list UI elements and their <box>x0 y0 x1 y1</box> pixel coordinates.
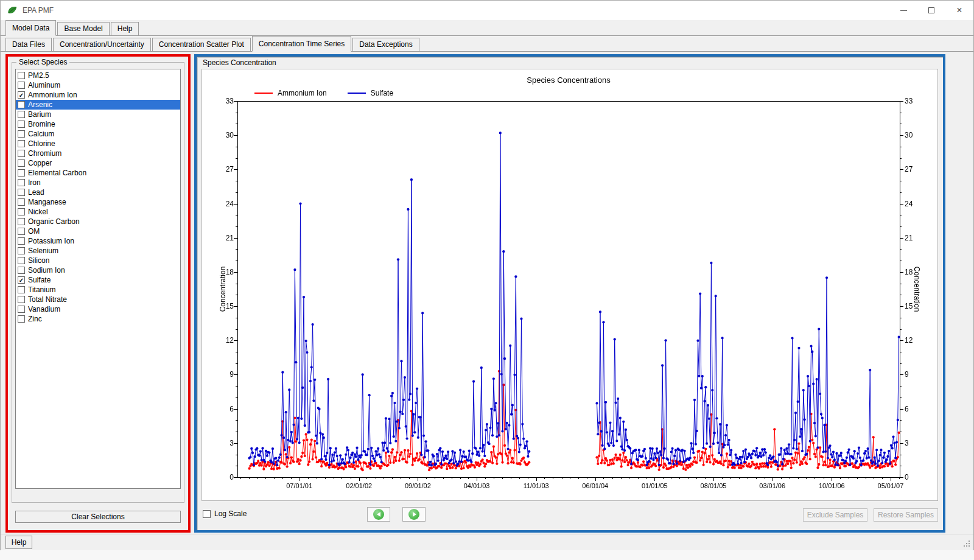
select-species-panel: Select Species PM2.5Aluminum✓Ammonium Io… <box>5 54 191 533</box>
resize-grip[interactable] <box>969 545 970 547</box>
species-checkbox[interactable] <box>18 159 25 167</box>
species-item-chromium[interactable]: Chromium <box>16 149 180 158</box>
menu-tab-bar: Model Data Base Model Help <box>1 20 973 36</box>
species-item-arsenic[interactable]: Arsenic <box>16 100 180 110</box>
species-label: Nickel <box>28 208 48 216</box>
species-item-bromine[interactable]: Bromine <box>16 119 180 129</box>
tab-concentration-scatter-plot[interactable]: Concentration Scatter Plot <box>152 38 251 51</box>
species-checkbox[interactable] <box>18 257 25 264</box>
species-label: PM2.5 <box>28 71 49 80</box>
species-checkbox[interactable] <box>18 72 25 79</box>
menu-tab-model-data[interactable]: Model Data <box>5 20 56 36</box>
species-checkbox[interactable] <box>18 306 25 313</box>
species-concentration-panel: Species Concentration Species Concentrat… <box>194 54 945 533</box>
x-axis-tick-label: 06/01/04 <box>571 482 620 489</box>
species-item-silicon[interactable]: Silicon <box>16 256 180 265</box>
species-item-zinc[interactable]: Zinc <box>16 314 180 324</box>
species-checkbox[interactable] <box>18 140 25 147</box>
species-checkbox[interactable] <box>18 179 25 186</box>
title-bar[interactable]: EPA PMF × <box>1 1 973 20</box>
species-item-calcium[interactable]: Calcium <box>16 129 180 139</box>
species-checkbox[interactable] <box>18 169 25 177</box>
x-axis-tick-label: 04/01/03 <box>452 482 501 489</box>
minimize-button[interactable] <box>889 1 917 20</box>
y-axis-tick-label-right: 0 <box>905 472 927 482</box>
species-checkbox[interactable] <box>18 267 25 274</box>
species-item-potassium-ion[interactable]: Potassium Ion <box>16 236 180 246</box>
tab-concentration-time-series[interactable]: Concentration Time Series <box>252 36 351 52</box>
log-scale-control[interactable]: Log Scale <box>203 509 247 518</box>
species-checkbox[interactable] <box>18 150 25 157</box>
species-checkbox[interactable] <box>18 111 25 118</box>
species-checkbox[interactable] <box>18 237 25 245</box>
chart-region: Species Concentrations Ammonium Ion Sulf… <box>201 69 938 501</box>
species-item-ammonium-ion[interactable]: ✓Ammonium Ion <box>16 90 180 100</box>
red-line-icon <box>254 93 273 94</box>
species-checkbox[interactable] <box>18 228 25 235</box>
species-item-selenium[interactable]: Selenium <box>16 246 180 256</box>
log-scale-checkbox[interactable] <box>203 510 211 518</box>
species-checkbox[interactable] <box>18 121 25 128</box>
species-checkbox[interactable]: ✓ <box>18 276 25 284</box>
previous-samples-button[interactable] <box>367 507 390 522</box>
species-item-sulfate[interactable]: ✓Sulfate <box>16 275 180 285</box>
tab-data-exceptions[interactable]: Data Exceptions <box>352 38 419 51</box>
species-item-manganese[interactable]: Manganese <box>16 197 180 207</box>
x-axis-tick-label: 03/01/06 <box>748 482 797 489</box>
species-item-sodium-ion[interactable]: Sodium Ion <box>16 265 180 275</box>
species-label: Elemental Carbon <box>28 169 86 177</box>
species-checkbox[interactable] <box>18 189 25 196</box>
species-label: Aluminum <box>28 81 60 89</box>
species-item-om[interactable]: OM <box>16 226 180 236</box>
y-axis-tick-label-right: 18 <box>905 267 927 277</box>
tab-concentration-uncertainty[interactable]: Concentration/Uncertainty <box>53 38 151 51</box>
next-samples-button[interactable] <box>402 507 426 522</box>
species-checkbox[interactable] <box>18 82 25 89</box>
species-item-elemental-carbon[interactable]: Elemental Carbon <box>16 168 180 178</box>
species-checkbox[interactable]: ✓ <box>18 91 25 99</box>
species-checkbox[interactable] <box>18 130 25 138</box>
species-item-titanium[interactable]: Titanium <box>16 285 180 295</box>
species-item-chlorine[interactable]: Chlorine <box>16 139 180 149</box>
concentration-time-series-plot[interactable] <box>202 69 937 500</box>
y-axis-tick-label-left: 33 <box>212 96 234 106</box>
species-checkbox[interactable] <box>18 218 25 225</box>
species-item-pm2-5[interactable]: PM2.5 <box>16 71 180 80</box>
exclude-samples-button[interactable]: Exclude Samples <box>803 508 867 522</box>
species-item-copper[interactable]: Copper <box>16 158 180 168</box>
species-label: Silicon <box>28 256 49 265</box>
restore-samples-button[interactable]: Restore Samples <box>874 508 938 522</box>
species-checkbox[interactable] <box>18 208 25 215</box>
species-checkbox[interactable] <box>18 101 25 108</box>
species-item-aluminum[interactable]: Aluminum <box>16 80 180 90</box>
menu-tab-base-model[interactable]: Base Model <box>57 22 109 35</box>
species-checkbox[interactable] <box>18 286 25 293</box>
species-item-barium[interactable]: Barium <box>16 110 180 119</box>
menu-tab-help[interactable]: Help <box>111 22 139 35</box>
clear-selections-button[interactable]: Clear Selections <box>15 511 181 523</box>
species-item-organic-carbon[interactable]: Organic Carbon <box>16 217 180 226</box>
species-checkbox[interactable] <box>18 247 25 254</box>
y-axis-tick-label-left: 21 <box>212 233 234 243</box>
close-button[interactable]: × <box>945 1 973 20</box>
species-checkbox[interactable] <box>18 315 25 323</box>
y-axis-tick-label-right: 3 <box>905 438 927 448</box>
species-label: OM <box>28 227 40 236</box>
species-item-lead[interactable]: Lead <box>16 187 180 197</box>
species-item-nickel[interactable]: Nickel <box>16 207 180 217</box>
species-checkbox[interactable] <box>18 296 25 303</box>
species-item-iron[interactable]: Iron <box>16 178 180 187</box>
maximize-button[interactable] <box>917 1 945 20</box>
species-label: Sulfate <box>28 276 51 284</box>
species-label: Copper <box>28 159 52 167</box>
y-axis-tick-label-right: 6 <box>905 404 927 414</box>
species-item-vanadium[interactable]: Vanadium <box>16 304 180 314</box>
species-item-total-nitrate[interactable]: Total Nitrate <box>16 295 180 304</box>
tab-data-files[interactable]: Data Files <box>5 38 52 51</box>
species-label: Titanium <box>28 285 56 294</box>
status-bar: Help <box>1 534 973 550</box>
help-button[interactable]: Help <box>5 536 32 549</box>
species-checkbox[interactable] <box>18 198 25 206</box>
species-list[interactable]: PM2.5Aluminum✓Ammonium IonArsenicBariumB… <box>15 69 181 489</box>
x-axis-tick-label: 10/01/06 <box>807 482 856 489</box>
